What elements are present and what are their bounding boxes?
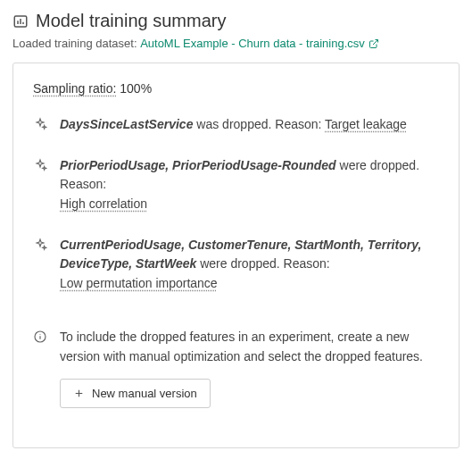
plus-icon (73, 388, 85, 399)
drop-reason: High correlation (60, 196, 147, 211)
info-text: To include the dropped features in an ex… (60, 328, 439, 366)
drop-item-body: CurrentPeriodUsage, CustomerTenure, Star… (60, 236, 439, 294)
drop-item: PriorPeriodUsage, PriorPeriodUsage-Round… (33, 156, 439, 214)
sampling-value: 100% (120, 81, 152, 96)
info-section: To include the dropped features in an ex… (33, 328, 439, 408)
sampling-label: Sampling ratio: (33, 81, 116, 96)
drop-item: CurrentPeriodUsage, CustomerTenure, Star… (33, 236, 439, 294)
sampling-row: Sampling ratio: 100% (33, 81, 439, 96)
new-manual-version-label: New manual version (92, 387, 197, 400)
dataset-link[interactable]: AutoML Example - Churn data - training.c… (140, 37, 379, 50)
drop-suffix: were dropped. Reason: (196, 256, 329, 271)
svg-line-4 (373, 39, 378, 45)
page-title: Model training summary (36, 11, 226, 31)
external-link-icon (368, 38, 379, 49)
dropped-features: PriorPeriodUsage, PriorPeriodUsage-Round… (60, 158, 336, 172)
drop-suffix: were dropped. (336, 158, 419, 172)
drop-reason: Low permutation importance (60, 276, 218, 290)
drop-item: DaysSinceLastService was dropped. Reason… (33, 115, 439, 135)
sparkle-icon (33, 117, 47, 131)
drop-item-body: PriorPeriodUsage, PriorPeriodUsage-Round… (60, 156, 439, 214)
drop-reason: Target leakage (325, 117, 407, 131)
drop-suffix: was dropped. Reason: (193, 117, 325, 131)
dataset-label: Loaded training dataset: (12, 37, 137, 50)
dropped-features: DaysSinceLastService (60, 117, 193, 131)
info-icon (33, 330, 47, 344)
page-header: Model training summary (12, 11, 460, 31)
sparkle-icon (33, 238, 47, 252)
sparkle-icon (33, 158, 47, 172)
dataset-row: Loaded training dataset: AutoML Example … (12, 37, 460, 50)
svg-point-7 (39, 334, 40, 335)
info-body: To include the dropped features in an ex… (60, 328, 439, 408)
bar-chart-icon (12, 13, 29, 29)
summary-card: Sampling ratio: 100% DaysSinceLastServic… (12, 63, 460, 448)
new-manual-version-button[interactable]: New manual version (60, 379, 211, 408)
drop-reason-prefix: Reason: (60, 175, 439, 195)
dataset-link-text: AutoML Example - Churn data - training.c… (140, 37, 365, 50)
drop-item-body: DaysSinceLastService was dropped. Reason… (60, 115, 439, 135)
